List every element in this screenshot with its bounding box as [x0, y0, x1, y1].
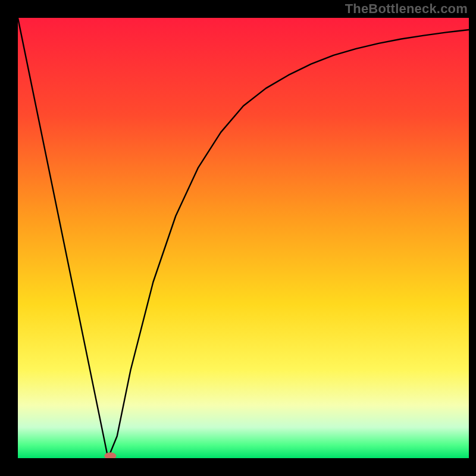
chart-frame: TheBottleneck.com [0, 0, 476, 476]
watermark-label: TheBottleneck.com [345, 1, 468, 17]
min-marker [104, 452, 116, 459]
plot-background [18, 18, 469, 458]
bottleneck-chart [0, 0, 476, 476]
